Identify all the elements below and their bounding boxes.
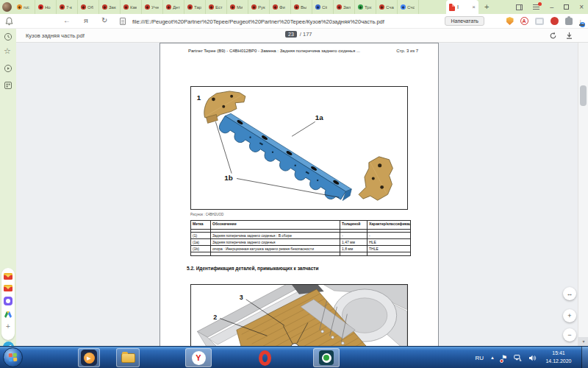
col-header-desc: Обозначение (211, 221, 340, 230)
zoom-in-button[interactable]: + (563, 309, 576, 322)
show-desktop-button[interactable] (581, 347, 588, 368)
menu-icon[interactable] (533, 4, 539, 10)
browser-tab[interactable]: Вы (291, 0, 312, 14)
downloads-icon[interactable]: ↓2 (579, 18, 583, 25)
mail-icon-2[interactable] (4, 285, 12, 291)
bracket-right (359, 157, 392, 200)
active-pdf-tab[interactable]: I × (446, 0, 478, 14)
browser-tab[interactable]: Как (121, 0, 142, 14)
tab-label: Дет (173, 5, 180, 10)
messenger-icon[interactable] (4, 297, 12, 305)
download-pdf-icon[interactable] (565, 32, 573, 40)
tab-favicon (145, 4, 150, 10)
zoom-out-button[interactable]: − (563, 328, 576, 342)
print-button[interactable]: Напечатать (445, 16, 484, 26)
video-icon[interactable] (4, 64, 12, 73)
tab-favicon (209, 4, 214, 10)
browser-tab[interactable]: Дет (163, 0, 184, 14)
network-icon[interactable] (514, 354, 522, 362)
browser-tab[interactable]: Ест (206, 0, 227, 14)
bell-icon[interactable] (5, 17, 13, 26)
tab-favicon (187, 4, 193, 10)
antivirus-icon[interactable]: A (520, 17, 528, 25)
minimize-button[interactable]: – (550, 4, 553, 11)
yandex-browser-taskbar-button[interactable]: Y (185, 348, 212, 367)
figure1-label-1: 1 (197, 93, 201, 102)
notification-dot (538, 2, 542, 6)
url-text[interactable]: file:///E:/Peugeot%20Partner%20Tepee/Peu… (132, 18, 448, 25)
browser-tab[interactable]: Зап (334, 0, 355, 14)
back-icon[interactable]: ← (63, 16, 71, 24)
tab-favicon (166, 4, 171, 10)
browser-tab[interactable]: Рук (248, 0, 270, 14)
cell-thickness: 1,47 мм (340, 239, 368, 246)
explorer-taskbar-button[interactable] (116, 348, 140, 367)
clock-date: 14.12.2020 (539, 357, 578, 365)
protect-shield-icon[interactable] (506, 17, 514, 25)
scrollbar-thumb[interactable] (580, 85, 587, 106)
extensions-icon[interactable] (565, 18, 573, 25)
yandex-icon[interactable]: Я (84, 18, 88, 24)
yandex-browser-icon: Y (192, 351, 206, 365)
browser-tab[interactable]: Ми (227, 0, 248, 14)
fit-width-button[interactable]: ↔ (563, 287, 576, 300)
col-header-class: Характер/классификация (368, 221, 411, 230)
browser-tab-bar: rut: Но 7-к Об З (0, 0, 588, 14)
drive-icon[interactable] (4, 311, 12, 319)
browser-tab[interactable]: Уче (142, 0, 163, 14)
table-row: (1) Задняя поперечина заднего сиденья : … (191, 233, 411, 239)
col-header-thickness: Толщиной (340, 221, 368, 230)
browser-tab[interactable]: Зак (99, 0, 121, 14)
browser-tab[interactable]: 7-к (57, 0, 78, 14)
speaker-icon[interactable] (528, 354, 537, 362)
window-controls: – × (516, 0, 584, 14)
refresh-icon[interactable]: ↻ (101, 16, 107, 24)
scroll-down-arrow[interactable]: ▾ (578, 337, 588, 346)
tab-label: Трх (365, 5, 372, 10)
media-player-taskbar-button[interactable]: ▶ (78, 348, 100, 367)
browser-tab[interactable]: Тар (184, 0, 206, 14)
taskbar-clock[interactable]: 15:41 14.12.2020 (539, 349, 578, 365)
browser-tab[interactable]: rut: (14, 0, 35, 14)
start-button[interactable] (3, 347, 23, 367)
side-panel-icon[interactable] (516, 4, 523, 10)
tab-favicon (358, 4, 363, 10)
maximize-button[interactable] (564, 4, 569, 10)
media-player-icon: ▶ (81, 350, 97, 366)
utorrent-taskbar-button[interactable] (313, 348, 340, 367)
add-service-icon[interactable]: + (6, 324, 10, 330)
browser-sidebar: ☆ + (0, 29, 16, 346)
hidden-icons-arrow[interactable]: ▲ (490, 355, 495, 360)
tab-label: Счс (407, 5, 415, 10)
pdf-file-icon (449, 4, 455, 11)
profile-avatar[interactable] (2, 2, 12, 12)
parts-table: Метка Обозначение Толщиной Характер/клас… (190, 220, 411, 256)
browser-tab[interactable]: Об (78, 0, 99, 14)
scrollbar[interactable]: ▾ (578, 43, 588, 346)
tab-label: Но (45, 5, 51, 10)
browser-tab[interactable]: Счс (398, 0, 419, 14)
browser-tab[interactable]: Трх (355, 0, 376, 14)
language-indicator[interactable]: RU (475, 355, 484, 361)
adblock-icon[interactable] (551, 17, 559, 25)
services-grid-icon[interactable] (4, 81, 12, 90)
close-button[interactable]: × (579, 3, 584, 11)
floorpan-diagram: 3 2 5 (191, 285, 407, 346)
action-center-flag-icon[interactable]: ⚑ (501, 354, 507, 361)
current-page-input[interactable]: 23 (285, 31, 297, 38)
mail-icon[interactable] (4, 273, 12, 280)
browser-tab[interactable]: Сча (376, 0, 398, 14)
new-tab-button[interactable]: + (484, 0, 489, 14)
screenshot-icon[interactable] (535, 18, 544, 25)
tab-label: Зап (343, 5, 351, 10)
browser-tab[interactable]: Но (35, 0, 57, 14)
browser-tab[interactable]: Фи (270, 0, 291, 14)
bookmarks-star-icon[interactable]: ☆ (4, 46, 11, 56)
tab-label: Зак (109, 5, 116, 10)
opera-taskbar-button[interactable] (253, 348, 276, 367)
history-icon[interactable] (4, 32, 12, 41)
browser-tab[interactable]: Cit (312, 0, 334, 14)
tab-label: Рук (258, 5, 265, 10)
rotate-icon[interactable] (549, 32, 557, 40)
tab-close-icon[interactable]: × (472, 4, 476, 10)
